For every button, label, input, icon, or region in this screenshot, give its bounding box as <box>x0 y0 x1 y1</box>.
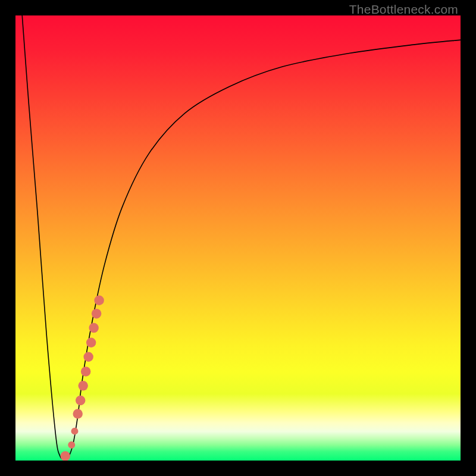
curve-marker <box>83 352 93 361</box>
curve-marker <box>86 338 96 347</box>
plot-area <box>15 15 461 461</box>
curve-marker <box>73 409 82 418</box>
curve-marker <box>68 441 75 449</box>
curve-layer <box>15 15 461 461</box>
curve-marker <box>76 396 85 405</box>
bottleneck-curve <box>22 15 461 459</box>
curve-marker <box>94 295 104 305</box>
curve-marker <box>89 323 98 333</box>
curve-marker <box>81 367 90 376</box>
curve-marker <box>92 309 101 318</box>
curve-marker <box>71 428 79 435</box>
watermark-text: TheBottleneck.com <box>349 2 458 17</box>
curve-marker <box>78 381 87 390</box>
curve-marker <box>61 451 70 461</box>
chart-frame: TheBottleneck.com <box>0 0 476 476</box>
